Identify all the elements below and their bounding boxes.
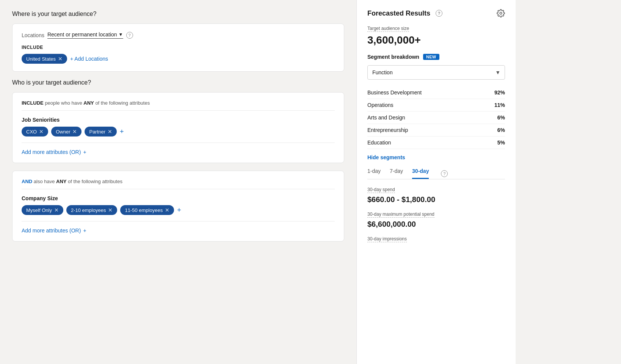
left-panel: Where is your target audience? Locations… <box>0 0 356 364</box>
tab-30-day[interactable]: 30-day <box>412 168 429 179</box>
breakdown-pct: 11% <box>494 102 505 108</box>
and-description: AND also have ANY of the following attri… <box>22 179 335 189</box>
breakdown-item-arts: Arts and Design 6% <box>367 111 505 124</box>
include-description: INCLUDE people who have ANY of the follo… <box>22 100 335 111</box>
tag-owner[interactable]: Owner ✕ <box>51 127 82 136</box>
breakdown-item-operations: Operations 11% <box>367 99 505 111</box>
seniority-tags-row: CXO ✕ Owner ✕ Partner ✕ + <box>22 127 335 136</box>
30-day-spend-label: 30-day spend <box>367 187 395 193</box>
breakdown-name: Business Development <box>367 89 422 96</box>
add-more-or-label: Add more attributes (OR) <box>22 149 81 155</box>
remove-owner-icon[interactable]: ✕ <box>72 129 77 135</box>
max-spend-label: 30-day maximum potential spend <box>367 212 434 218</box>
job-seniorities-section: Job Seniorities CXO ✕ Owner ✕ Partner ✕ … <box>22 117 335 136</box>
breakdown-list: Business Development 92% Operations 11% … <box>367 86 505 149</box>
breakdown-item-entrepreneurship: Entrepreneurship 6% <box>367 124 505 136</box>
remove-2-10-icon[interactable]: ✕ <box>108 207 113 213</box>
add-company-icon[interactable]: + <box>177 206 181 214</box>
remove-partner-icon[interactable]: ✕ <box>108 129 112 135</box>
max-spend-value: $6,600,000.00 <box>367 220 505 229</box>
function-dropdown[interactable]: Function <box>367 65 505 80</box>
right-panel: Forecasted Results ? Target audience siz… <box>356 0 516 364</box>
chevron-down-icon: ▼ <box>119 32 123 37</box>
add-more-attributes-or2-button[interactable]: Add more attributes (OR) + <box>22 228 86 234</box>
add-more-attributes-or-button[interactable]: Add more attributes (OR) + <box>22 149 86 155</box>
include-attributes-card: INCLUDE people who have ANY of the follo… <box>12 92 344 163</box>
segment-breakdown-row: Segment breakdown NEW <box>367 54 505 60</box>
breakdown-name: Education <box>367 140 391 146</box>
and-keyword: AND <box>22 179 32 184</box>
plus-icon: + <box>83 149 86 155</box>
function-select-wrapper[interactable]: Function ▼ <box>367 65 505 80</box>
remove-11-50-icon[interactable]: ✕ <box>165 207 169 213</box>
plus-icon2: + <box>83 228 86 234</box>
tag-11-50-label: 11-50 employees <box>125 207 163 213</box>
forecasted-help-icon[interactable]: ? <box>436 10 442 17</box>
breakdown-pct: 92% <box>494 89 505 96</box>
job-seniorities-label: Job Seniorities <box>22 117 335 123</box>
tag-partner-label: Partner <box>89 129 105 135</box>
audience-size-label: Target audience size <box>367 26 409 32</box>
tag-cxo[interactable]: CXO ✕ <box>22 127 48 136</box>
breakdown-pct: 6% <box>497 127 505 133</box>
forecasted-title-text: Forecasted Results <box>367 9 430 17</box>
add-locations-button[interactable]: + Add Locations <box>70 56 108 62</box>
impressions-section: 30-day impressions <box>367 235 505 242</box>
tag-2-10-label: 2-10 employees <box>71 207 106 213</box>
breakdown-item-education: Education 5% <box>367 136 505 149</box>
breakdown-name: Operations <box>367 102 393 108</box>
tag-myself-label: Myself Only <box>26 207 52 213</box>
locations-row: Locations Recent or permanent location ▼… <box>22 31 335 39</box>
new-badge: NEW <box>423 54 439 60</box>
company-size-section: Company Size Myself Only ✕ 2-10 employee… <box>22 195 335 215</box>
forecasted-header: Forecasted Results ? <box>367 9 505 17</box>
audience-section-title: Who is your target audience? <box>12 79 344 86</box>
divider2 <box>22 221 335 221</box>
tag-2-10[interactable]: 2-10 employees ✕ <box>66 205 118 215</box>
company-size-label: Company Size <box>22 195 335 201</box>
any-keyword2: ANY <box>56 179 66 184</box>
30-day-spend-value: $660.00 - $1,800.00 <box>367 195 505 204</box>
location-tags-row: United States ✕ + Add Locations <box>22 54 335 64</box>
impressions-label: 30-day impressions <box>367 236 407 242</box>
segment-breakdown-label: Segment breakdown <box>367 54 419 60</box>
company-tags-row: Myself Only ✕ 2-10 employees ✕ 11-50 emp… <box>22 205 335 215</box>
audience-size-value: 3,600,000+ <box>367 34 505 46</box>
locations-label: Locations <box>22 32 44 38</box>
settings-gear-icon[interactable] <box>497 9 505 17</box>
tag-owner-label: Owner <box>56 129 70 135</box>
breakdown-name: Arts and Design <box>367 115 405 121</box>
location-section-title: Where is your target audience? <box>12 11 344 17</box>
breakdown-item-biz-dev: Business Development 92% <box>367 86 505 99</box>
remove-myself-icon[interactable]: ✕ <box>54 207 59 213</box>
divider <box>22 143 335 143</box>
location-tag-label: United States <box>26 56 56 62</box>
tab-help-icon[interactable]: ? <box>441 170 448 177</box>
any-keyword: ANY <box>83 100 94 106</box>
forecasted-title: Forecasted Results ? <box>367 9 442 17</box>
breakdown-pct: 6% <box>497 115 505 121</box>
tag-myself-only[interactable]: Myself Only ✕ <box>22 205 63 215</box>
location-type-dropdown[interactable]: Recent or permanent location ▼ <box>47 31 123 39</box>
tab-7-day[interactable]: 7-day <box>390 168 403 179</box>
add-seniority-icon[interactable]: + <box>120 128 124 136</box>
location-tag-us[interactable]: United States ✕ <box>22 54 67 64</box>
hide-segments-link[interactable]: Hide segments <box>367 154 405 160</box>
location-type-label: Recent or permanent location <box>47 31 117 38</box>
breakdown-name: Entrepreneurship <box>367 127 408 133</box>
spend-section: 30-day spend $660.00 - $1,800.00 <box>367 186 505 204</box>
tab-1-day[interactable]: 1-day <box>367 168 381 179</box>
tag-11-50[interactable]: 11-50 employees ✕ <box>120 205 174 215</box>
remove-location-icon[interactable]: ✕ <box>58 56 63 62</box>
remove-cxo-icon[interactable]: ✕ <box>39 129 44 135</box>
and-suffix-text: of the following attributes <box>67 179 122 184</box>
location-card: Locations Recent or permanent location ▼… <box>12 24 344 72</box>
svg-point-0 <box>500 12 502 14</box>
add-more-or2-label: Add more attributes (OR) <box>22 228 81 234</box>
include-label: INCLUDE <box>22 45 335 50</box>
tag-partner[interactable]: Partner ✕ <box>85 127 117 136</box>
include-keyword: INCLUDE <box>22 100 44 106</box>
and-attributes-card: AND also have ANY of the following attri… <box>12 171 344 242</box>
breakdown-pct: 5% <box>497 140 505 146</box>
location-help-icon[interactable]: ? <box>126 32 133 39</box>
